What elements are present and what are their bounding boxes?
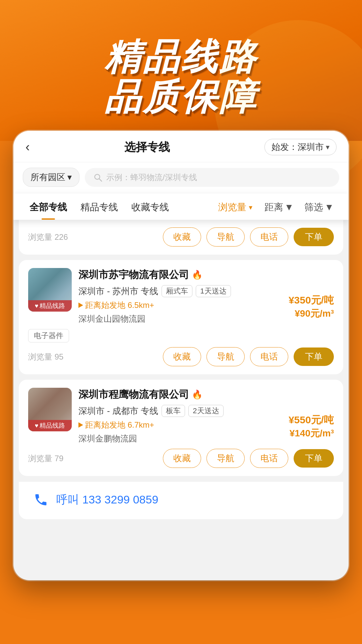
card-2-view-count: 浏览量 79: [28, 453, 63, 464]
card-1-action-btns: 收藏 导航 电话 下单: [163, 347, 334, 366]
hero-title-2: 品质保障: [105, 77, 257, 117]
filter-button[interactable]: 筛选 ▼: [299, 194, 339, 220]
hero-title-1: 精品线路: [105, 37, 257, 77]
card-2-price-ton: ¥550元/吨: [289, 413, 334, 427]
partial-order-button[interactable]: 下单: [294, 228, 334, 246]
card-2-header: ♥ 精品线路 深圳市程鹰物流有限公司 🔥 深圳市 -: [28, 388, 334, 444]
phone-screen: ‹ 选择专线 始发：深圳市 ▾ 所有园区 ▾ 示例：蜂羽物流/深圳专线: [13, 131, 349, 580]
card-partial: 浏览量 226 收藏 导航 电话 下单: [19, 220, 343, 255]
search-icon: [93, 172, 103, 182]
sort-by-views[interactable]: 浏览量 ▼: [213, 194, 259, 220]
district-chevron-icon: ▾: [67, 172, 72, 182]
card-1-goods-tag: 电子器件: [28, 329, 69, 342]
search-row: 所有园区 ▾ 示例：蜂羽物流/深圳专线: [13, 162, 349, 194]
list-area: 浏览量 226 收藏 导航 电话 下单 ♥ 精品线: [13, 220, 349, 476]
card-1: ♥ 精品线路 深圳市苏宇物流有限公司 🔥 深圳市 -: [19, 260, 343, 374]
card-1-nav-button[interactable]: 导航: [206, 347, 245, 366]
tabs-row: 全部专线 精品专线 收藏专线 浏览量 ▼ 距离 ▼ 筛选 ▼: [13, 194, 349, 220]
partial-view-count: 浏览量 226: [28, 232, 68, 243]
partial-action-btns: 收藏 导航 电话 下单: [163, 227, 334, 247]
card-1-price-ton: ¥350元/吨: [289, 293, 334, 307]
partial-save-button[interactable]: 收藏: [163, 227, 201, 247]
card-2-action-btns: 收藏 导航 电话 下单: [163, 449, 334, 468]
search-placeholder: 示例：蜂羽物流/深圳专线: [106, 172, 197, 183]
sort-by-distance[interactable]: 距离 ▼: [259, 194, 299, 220]
partial-nav-button[interactable]: 导航: [206, 227, 245, 247]
card-1-company: 深圳市苏宇物流有限公司 🔥: [78, 268, 334, 282]
nav-arrow-icon-2: [78, 422, 83, 428]
topbar: ‹ 选择专线 始发：深圳市 ▾: [13, 131, 349, 162]
card-1-goods-tags: 电子器件: [28, 329, 334, 342]
card-2-save-button[interactable]: 收藏: [163, 449, 201, 468]
phone-wrapper: ‹ 选择专线 始发：深圳市 ▾ 所有园区 ▾ 示例：蜂羽物流/深圳专线: [0, 131, 362, 580]
card-1-save-button[interactable]: 收藏: [163, 347, 201, 366]
topbar-title: 选择专线: [124, 140, 170, 155]
call-number[interactable]: 呼叫 133 3299 0859: [56, 492, 158, 507]
fire-icon-1: 🔥: [192, 270, 202, 280]
card-2-route-text: 深圳市 - 成都市 专线: [78, 405, 158, 417]
card-2-footer: 浏览量 79 收藏 导航 电话 下单: [28, 449, 334, 468]
card-1-price-m3: ¥90元/m³: [289, 307, 334, 320]
card-1-tag-vehicle: 厢式车: [162, 285, 192, 297]
hero-section: 精品线路 品质保障: [0, 0, 362, 141]
search-input-box[interactable]: 示例：蜂羽物流/深圳专线: [85, 168, 339, 187]
card-2-price-m3: ¥140元/m³: [289, 427, 334, 440]
card-1-view-count: 浏览量 95: [28, 352, 63, 362]
card-1-route-text: 深圳市 - 苏州市 专线: [78, 285, 158, 297]
badge-label: 始发：深圳市: [272, 141, 324, 153]
district-label: 所有园区: [31, 171, 65, 183]
card-2-phone-button[interactable]: 电话: [250, 449, 288, 468]
filter-icon: ▼: [324, 202, 334, 213]
tab-all-routes[interactable]: 全部专线: [23, 194, 74, 220]
card-1-badge-label: 精品线路: [40, 302, 65, 310]
card-1-price: ¥350元/吨 ¥90元/m³: [289, 293, 334, 320]
back-button[interactable]: ‹: [25, 140, 30, 154]
card-2-tag-vehicle: 板车: [162, 405, 185, 417]
card-2-company: 深圳市程鹰物流有限公司 🔥: [78, 388, 334, 401]
fire-icon-2: 🔥: [192, 389, 202, 400]
heart-icon-2: ♥: [35, 422, 39, 429]
nav-arrow-icon-1: [78, 303, 83, 308]
card-2-image: ♥ 精品线路: [28, 388, 72, 431]
card-2-tag-delivery: 2天送达: [188, 405, 223, 417]
card-1-tag-delivery: 1天送达: [196, 285, 231, 297]
card-1-footer: 浏览量 95 收藏 导航 电话 下单: [28, 347, 334, 366]
tab-saved-routes[interactable]: 收藏专线: [125, 194, 176, 220]
chevron-down-icon: ▾: [326, 143, 329, 152]
card-2-badge: ♥ 精品线路: [28, 420, 72, 431]
card-2-badge-label: 精品线路: [40, 421, 65, 430]
card-1-phone-button[interactable]: 电话: [250, 347, 288, 366]
card-2: ♥ 精品线路 深圳市程鹰物流有限公司 🔥 深圳市 -: [19, 380, 343, 476]
sort-views-label: 浏览量: [218, 201, 246, 214]
sort-views-icon: ▼: [248, 204, 254, 211]
district-select[interactable]: 所有园区 ▾: [23, 168, 79, 187]
card-2-price: ¥550元/吨 ¥140元/m³: [289, 413, 334, 440]
origin-city-badge[interactable]: 始发：深圳市 ▾: [264, 139, 337, 155]
card-2-nav-button[interactable]: 导航: [206, 449, 245, 468]
sort-distance-label: 距离: [264, 201, 283, 214]
card-1-order-button[interactable]: 下单: [294, 347, 334, 366]
bottom-bar: 呼叫 133 3299 0859: [19, 481, 343, 519]
card-1-badge: ♥ 精品线路: [28, 300, 72, 312]
heart-icon: ♥: [35, 303, 39, 310]
card-1-image: ♥ 精品线路: [28, 268, 72, 312]
partial-card-footer: 浏览量 226 收藏 导航 电话 下单: [28, 227, 334, 247]
call-icon: [32, 491, 50, 508]
card-1-header: ♥ 精品线路 深圳市苏宇物流有限公司 🔥 深圳市 -: [28, 268, 334, 324]
filter-label: 筛选: [304, 201, 323, 214]
tab-premium-routes[interactable]: 精品专线: [74, 194, 125, 220]
card-2-order-button[interactable]: 下单: [294, 449, 334, 468]
svg-line-1: [99, 178, 102, 181]
partial-phone-button[interactable]: 电话: [250, 227, 288, 247]
sort-distance-icon: ▼: [285, 202, 294, 213]
